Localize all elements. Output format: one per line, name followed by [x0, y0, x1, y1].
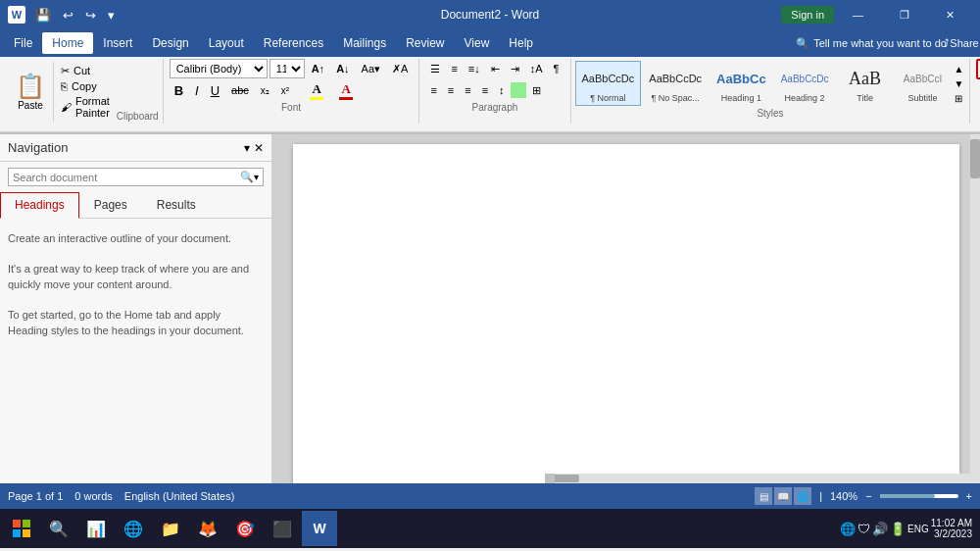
nav-search-dropdown[interactable]: ▾ [254, 172, 259, 182]
tell-me-search[interactable]: 🔍 Tell me what you want to do [796, 37, 947, 50]
share-button[interactable]: ⤴ Share [947, 37, 976, 49]
styles-scroll-down[interactable]: ▼ [953, 76, 966, 91]
start-button[interactable] [4, 511, 39, 546]
format-painter-icon: 🖌 [61, 101, 72, 113]
vertical-scrollbar[interactable] [970, 134, 980, 483]
line-spacing-button[interactable]: ↕ [494, 80, 510, 100]
scroll-corner [545, 474, 555, 483]
undo-button[interactable]: ↩ [59, 6, 77, 25]
zoom-out-button[interactable]: − [865, 490, 871, 502]
increase-font-button[interactable]: A↑ [307, 59, 329, 78]
sort-button[interactable]: ↕A [525, 59, 548, 78]
style-no-spacing[interactable]: AaBbCcDc ¶ No Spac... [642, 61, 709, 106]
menu-insert[interactable]: Insert [93, 32, 142, 54]
clear-format-button[interactable]: ✗A [387, 59, 413, 78]
menu-file[interactable]: File [4, 32, 42, 54]
customize-quick-access[interactable]: ▾ [104, 6, 119, 25]
format-painter-button[interactable]: 🖌 Format Painter [58, 94, 113, 120]
multilevel-list-button[interactable]: ≡↓ [464, 59, 485, 78]
close-button[interactable]: ✕ [928, 0, 972, 29]
subscript-button[interactable]: x₂ [256, 80, 274, 100]
find-button[interactable]: 🔍 Find ▾ [976, 59, 980, 79]
style-heading2-label: Heading 2 [785, 93, 825, 103]
select-button[interactable]: ⬚ Select ▾ [976, 100, 980, 115]
scroll-thumb[interactable] [970, 139, 980, 178]
menu-layout[interactable]: Layout [199, 32, 254, 54]
sign-in-button[interactable]: Sign in [781, 6, 834, 24]
nav-options-button[interactable]: ▾ [244, 141, 250, 155]
volume-icon: 🔊 [872, 522, 888, 536]
underline-button[interactable]: U [206, 80, 224, 100]
font-color-button[interactable]: A [332, 80, 360, 100]
save-button[interactable]: 💾 [31, 6, 55, 25]
numbering-button[interactable]: ≡ [446, 59, 462, 78]
menu-home[interactable]: Home [42, 32, 93, 54]
shading-button[interactable] [511, 82, 526, 98]
svg-rect-0 [13, 520, 21, 527]
menu-references[interactable]: References [254, 32, 333, 54]
styles-expand[interactable]: ⊞ [953, 91, 966, 106]
justify-button[interactable]: ≡ [477, 80, 493, 100]
nav-search-input[interactable] [13, 172, 240, 183]
font-size-select[interactable]: 11 [270, 59, 305, 78]
italic-button[interactable]: I [190, 80, 204, 100]
nav-search-box[interactable]: 🔍 ▾ [8, 168, 264, 186]
minimize-button[interactable]: — [836, 0, 880, 29]
horizontal-scrollbar[interactable] [545, 474, 970, 483]
web-layout-view[interactable]: 🌐 [794, 487, 811, 505]
strikethrough-button[interactable]: abc [226, 80, 254, 100]
style-heading1[interactable]: AaBbCc Heading 1 [710, 61, 773, 106]
increase-indent-button[interactable]: ⇥ [506, 59, 524, 78]
taskbar-firefox-button[interactable]: 🦊 [190, 511, 225, 546]
taskbar-chrome-button[interactable]: 🌐 [116, 511, 151, 546]
cut-button[interactable]: ✂ Cut [58, 64, 113, 78]
bullets-button[interactable]: ☰ [425, 59, 445, 78]
replace-button[interactable]: ⇄ Replace [976, 83, 980, 98]
style-no-spacing-label: ¶ No Spac... [652, 93, 700, 103]
show-formatting-button[interactable]: ¶ [549, 59, 564, 78]
document-page[interactable] [293, 144, 959, 483]
style-heading2[interactable]: AaBbCcDc Heading 2 [774, 61, 836, 106]
style-title[interactable]: AaB Title [837, 61, 894, 106]
zoom-slider[interactable] [880, 494, 958, 498]
menu-view[interactable]: View [455, 32, 500, 54]
styles-scroll-up[interactable]: ▲ [953, 62, 966, 76]
align-left-button[interactable]: ≡ [425, 80, 441, 100]
style-no-spacing-preview: AaBbCcDc [649, 64, 702, 93]
restore-button[interactable]: ❐ [882, 0, 926, 29]
style-heading2-preview: AaBbCcDc [781, 64, 829, 93]
nav-tab-headings[interactable]: Headings [0, 192, 79, 219]
align-center-button[interactable]: ≡ [443, 80, 459, 100]
paragraph-row1: ☰ ≡ ≡↓ ⇤ ⇥ ↕A ¶ [425, 59, 564, 78]
taskbar-files-button[interactable]: 📁 [153, 511, 188, 546]
decrease-font-button[interactable]: A↓ [331, 59, 354, 78]
paste-button[interactable]: 📋 Paste [8, 62, 54, 122]
menu-design[interactable]: Design [142, 32, 198, 54]
change-case-button[interactable]: Aa▾ [357, 59, 385, 78]
nav-close-button[interactable]: ✕ [254, 141, 264, 155]
menu-mailings[interactable]: Mailings [333, 32, 396, 54]
menu-help[interactable]: Help [499, 32, 543, 54]
copy-button[interactable]: ⎘ Copy [58, 79, 113, 93]
print-layout-view[interactable]: ▤ [755, 487, 772, 505]
style-subtitle[interactable]: AaBbCcI Subtitle [895, 61, 952, 106]
taskbar-extra-button[interactable]: ⬛ [265, 511, 300, 546]
taskbar-search-button[interactable]: 🔍 [41, 511, 76, 546]
taskbar-store-button[interactable]: 🎯 [227, 511, 263, 546]
read-mode-view[interactable]: 📖 [774, 487, 792, 505]
font-name-select[interactable]: Calibri (Body) [170, 59, 268, 78]
superscript-button[interactable]: x² [276, 80, 294, 100]
style-normal[interactable]: AaBbCcDc ¶ Normal [575, 61, 642, 106]
borders-button[interactable]: ⊞ [527, 80, 546, 100]
text-highlight-button[interactable]: A [303, 80, 330, 100]
taskbar-word-button[interactable]: W [302, 511, 337, 546]
decrease-indent-button[interactable]: ⇤ [486, 59, 505, 78]
menu-review[interactable]: Review [396, 32, 454, 54]
zoom-in-button[interactable]: + [966, 490, 972, 502]
taskbar-widget-button[interactable]: 📊 [78, 511, 114, 546]
redo-button[interactable]: ↪ [81, 6, 100, 25]
align-right-button[interactable]: ≡ [460, 80, 475, 100]
nav-tab-pages[interactable]: Pages [79, 192, 142, 218]
bold-button[interactable]: B [170, 80, 188, 100]
nav-tab-results[interactable]: Results [142, 192, 211, 218]
